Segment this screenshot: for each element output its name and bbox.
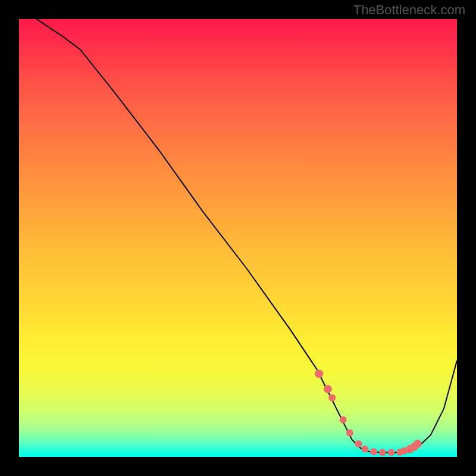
- watermark-text: TheBottleneck.com: [353, 2, 465, 18]
- hotspot-point: [370, 448, 377, 455]
- chart-svg: [19, 19, 457, 457]
- hotspot-point: [340, 416, 347, 423]
- chart-container: TheBottleneck.com: [0, 0, 476, 476]
- hotspot-point: [324, 385, 332, 393]
- hotspot-points: [315, 369, 422, 456]
- hotspot-point: [346, 430, 353, 437]
- hotspot-point: [315, 369, 323, 378]
- curve-line: [19, 19, 457, 453]
- hotspot-point: [414, 440, 422, 448]
- hotspot-point: [355, 440, 362, 447]
- hotspot-point: [379, 449, 386, 456]
- plot-area: [19, 19, 457, 457]
- hotspot-point: [328, 394, 336, 402]
- hotspot-point: [361, 446, 368, 453]
- main-curve: [19, 19, 457, 453]
- hotspot-point: [388, 449, 395, 456]
